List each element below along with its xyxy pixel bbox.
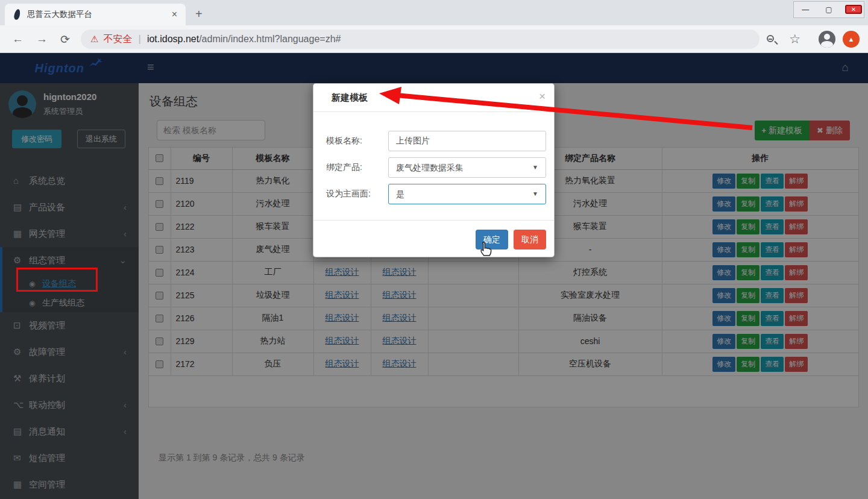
select-value: 是 bbox=[396, 189, 404, 199]
bookmark-star-icon[interactable]: ☆ bbox=[789, 32, 800, 46]
browser-chrome: 思普云大数据平台 × + — ▢ ✕ ✕ ← → ⟳ ⚠ 不安全 | iot.i… bbox=[0, 0, 868, 53]
field-row-main-screen: 设为主画面: 是 ▼ bbox=[313, 184, 555, 204]
confirm-button[interactable]: 确定 bbox=[476, 230, 508, 250]
reload-icon[interactable]: ⟳ bbox=[60, 32, 70, 46]
favicon-icon bbox=[13, 8, 21, 20]
chevron-down-icon: ▼ bbox=[532, 158, 538, 177]
minimize-button[interactable]: — bbox=[794, 2, 817, 17]
field-row-template-name: 模板名称: bbox=[313, 131, 555, 151]
zoom-out-icon[interactable] bbox=[767, 35, 774, 42]
extension-icon[interactable]: ▲ bbox=[843, 31, 860, 48]
modal-title: 新建模板 bbox=[332, 92, 368, 104]
back-icon[interactable]: ← bbox=[12, 33, 24, 46]
new-template-modal: 新建模板 × 模板名称: 绑定产品: 废气处理数据采集 ▼ 设为主画面: 是 ▼… bbox=[313, 83, 555, 257]
tab-title: 思普云大数据平台 bbox=[27, 9, 169, 20]
url-host: iot.idosp.net bbox=[147, 34, 199, 45]
not-secure-label[interactable]: 不安全 bbox=[103, 33, 132, 46]
close-annotation-badge: ✕ bbox=[845, 5, 862, 14]
field-row-bound-product: 绑定产品: 废气处理数据采集 ▼ bbox=[313, 157, 555, 178]
forward-icon[interactable]: → bbox=[36, 33, 48, 46]
url-path: /admin/index.html?language=zh# bbox=[199, 34, 341, 45]
new-tab-button[interactable]: + bbox=[195, 7, 203, 21]
field-label: 模板名称: bbox=[326, 136, 362, 146]
restore-button[interactable]: ▢ bbox=[817, 2, 841, 17]
select-value: 废气处理数据采集 bbox=[396, 163, 464, 172]
url-bar[interactable]: ⚠ 不安全 | iot.idosp.net/admin/index.html?l… bbox=[81, 30, 760, 49]
tab-close-icon[interactable]: × bbox=[169, 9, 180, 20]
not-secure-warning-icon: ⚠ bbox=[90, 34, 98, 45]
chevron-down-icon: ▼ bbox=[532, 184, 538, 204]
field-label: 绑定产品: bbox=[326, 162, 362, 173]
field-label: 设为主画面: bbox=[326, 189, 371, 199]
tab-strip: 思普云大数据平台 × + — ▢ ✕ ✕ bbox=[0, 0, 868, 25]
template-name-input[interactable] bbox=[388, 131, 546, 151]
cancel-button[interactable]: 取消 bbox=[514, 230, 546, 250]
url-divider: | bbox=[138, 33, 140, 45]
browser-toolbar: ← → ⟳ ⚠ 不安全 | iot.idosp.net/admin/index.… bbox=[0, 25, 868, 53]
browser-tab[interactable]: 思普云大数据平台 × bbox=[5, 4, 186, 25]
main-screen-select[interactable]: 是 ▼ bbox=[388, 184, 546, 204]
modal-close-icon[interactable]: × bbox=[539, 90, 546, 103]
profile-avatar-icon[interactable] bbox=[819, 31, 835, 48]
modal-footer: 确定 取消 bbox=[313, 220, 554, 257]
modal-header: 新建模板 × bbox=[313, 84, 554, 112]
admin-app: ≡ ⌂ Hignton hignton2020 系统管理员 修改密码 退出系统 … bbox=[0, 53, 868, 499]
bound-product-select[interactable]: 废气处理数据采集 ▼ bbox=[388, 157, 546, 178]
